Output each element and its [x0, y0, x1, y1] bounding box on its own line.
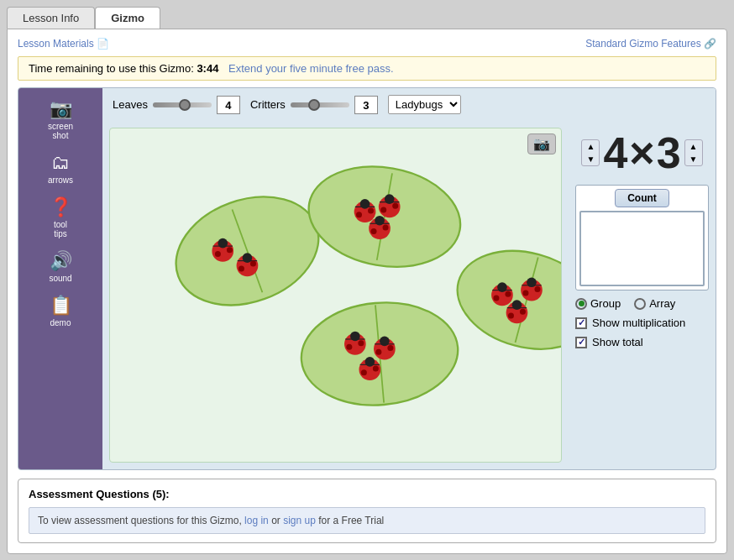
demo-icon: 📋	[50, 295, 72, 317]
sidebar-label-sound: sound	[49, 274, 71, 283]
leaves-slider[interactable]	[153, 99, 212, 111]
svg-point-23	[392, 203, 398, 209]
critters-control: Critters 3	[250, 96, 378, 114]
sidebar-item-screenshot[interactable]: 📷 screenshot	[18, 93, 102, 145]
camera-icon: 📷	[50, 98, 72, 120]
group-radio-circle	[575, 298, 587, 310]
leaves-label: Leaves	[113, 98, 148, 111]
sidebar: 📷 screenshot 🗂 arrows ❓ tooltips 🔊 sound…	[18, 88, 102, 469]
critters-value: 3	[354, 96, 378, 114]
svg-point-34	[346, 344, 352, 350]
main-panel: Lesson Materials 📄 Standard Gizmo Featur…	[7, 29, 727, 554]
assessment-info-text: To view assessment questions for this Gi…	[38, 515, 242, 526]
count-display-box	[579, 211, 705, 286]
svg-point-5	[215, 251, 221, 257]
signup-link[interactable]: sign up	[283, 515, 316, 526]
svg-point-17	[356, 212, 362, 217]
critters-slider[interactable]	[291, 99, 349, 111]
leaves-value: 4	[217, 96, 240, 114]
show-total-row[interactable]: Show total	[575, 336, 709, 348]
tab-bar: Lesson Info Gizmo	[7, 7, 727, 29]
svg-point-52	[505, 291, 511, 297]
assessment-or: or	[271, 515, 280, 526]
svg-point-56	[522, 290, 528, 296]
timer-countdown: 3:44	[197, 62, 218, 75]
extend-pass-link[interactable]: Extend your five minute free pass.	[228, 62, 394, 75]
sidebar-item-tooltips[interactable]: ❓ tooltips	[18, 191, 102, 243]
right-panel: ▲ ▼ 4 × 3 ▲ ▼	[569, 121, 716, 469]
tab-lesson-info[interactable]: Lesson Info	[7, 7, 95, 29]
equation-left: 4	[603, 128, 627, 178]
tooltips-icon: ❓	[50, 196, 72, 218]
canvas-area: 📷	[109, 128, 562, 463]
svg-point-57	[534, 286, 540, 292]
sidebar-label-demo: demo	[50, 318, 71, 327]
svg-point-62	[520, 309, 526, 315]
svg-point-15	[360, 199, 370, 209]
critter-type-select[interactable]: Ladybugs Ants Bees	[388, 95, 461, 114]
timer-bar: Time remaining to use this Gizmo: 3:44 E…	[18, 56, 716, 81]
svg-point-10	[239, 265, 244, 271]
gizmo-area: 📷 screenshot 🗂 arrows ❓ tooltips 🔊 sound…	[18, 87, 716, 470]
svg-point-27	[371, 228, 377, 234]
main-display: 📷	[102, 121, 716, 469]
svg-point-61	[508, 312, 514, 318]
assessment-suffix: for a Free Trial	[318, 515, 384, 526]
sidebar-item-arrows[interactable]: 🗂 arrows	[18, 147, 102, 190]
assessment-info: To view assessment questions for this Gi…	[29, 507, 705, 534]
equation-display: ▲ ▼ 4 × 3 ▲ ▼	[575, 128, 709, 178]
show-multiplication-checkbox[interactable]	[575, 317, 587, 329]
assessment-section: Assessment Questions (5): To view assess…	[18, 479, 716, 543]
critters-label: Critters	[250, 98, 286, 111]
svg-point-44	[361, 369, 367, 375]
eq-right-down-button[interactable]: ▼	[685, 153, 702, 165]
tab-gizmo[interactable]: Gizmo	[95, 7, 160, 29]
top-links: Lesson Materials 📄 Standard Gizmo Featur…	[18, 38, 716, 50]
show-total-label: Show total	[592, 336, 643, 348]
eq-left-down-button[interactable]: ▼	[582, 153, 599, 165]
array-radio[interactable]: Array	[634, 297, 675, 310]
eq-left-up-button[interactable]: ▲	[582, 140, 599, 153]
svg-point-51	[493, 295, 499, 301]
sidebar-label-screenshot: screenshot	[48, 122, 73, 140]
svg-point-40	[387, 345, 393, 351]
show-multiplication-row[interactable]: Show multiplication	[575, 317, 709, 329]
controls-row: Leaves 4 Critters 3	[102, 88, 716, 121]
count-button[interactable]: Count	[615, 189, 669, 207]
equation-right: 3	[657, 128, 681, 178]
array-radio-circle	[634, 298, 646, 310]
sidebar-label-tooltips: tooltips	[54, 220, 67, 238]
leaves-control: Leaves 4	[113, 96, 240, 114]
array-radio-label: Array	[649, 297, 675, 310]
svg-point-35	[358, 340, 364, 346]
sidebar-item-demo[interactable]: 📋 demo	[18, 290, 102, 332]
assessment-title: Assessment Questions (5):	[29, 488, 705, 500]
count-section: Count	[575, 185, 709, 290]
standard-features-link[interactable]: Standard Gizmo Features 🔗	[585, 38, 716, 50]
view-mode-radio-group: Group Array	[575, 297, 709, 310]
arrows-icon: 🗂	[51, 152, 70, 174]
lesson-materials-link[interactable]: Lesson Materials 📄	[18, 38, 109, 50]
sound-icon: 🔊	[50, 250, 72, 272]
login-link[interactable]: log in	[244, 515, 269, 526]
svg-point-39	[375, 349, 381, 355]
group-radio[interactable]: Group	[575, 297, 621, 310]
svg-point-45	[373, 366, 379, 372]
svg-point-18	[368, 208, 374, 214]
show-multiplication-label: Show multiplication	[592, 317, 685, 329]
canvas-camera-button[interactable]: 📷	[527, 133, 556, 154]
scene-svg	[110, 128, 561, 462]
svg-point-28	[383, 224, 389, 230]
eq-right-up-button[interactable]: ▲	[685, 140, 702, 153]
svg-point-6	[227, 247, 233, 253]
group-radio-label: Group	[590, 297, 621, 310]
svg-point-22	[380, 207, 386, 212]
content-area: Leaves 4 Critters 3	[102, 88, 716, 469]
equation-operator: ×	[629, 128, 654, 178]
sidebar-label-arrows: arrows	[48, 175, 73, 185]
sidebar-item-sound[interactable]: 🔊 sound	[18, 245, 102, 288]
show-total-checkbox[interactable]	[575, 337, 587, 348]
svg-point-11	[250, 261, 256, 267]
